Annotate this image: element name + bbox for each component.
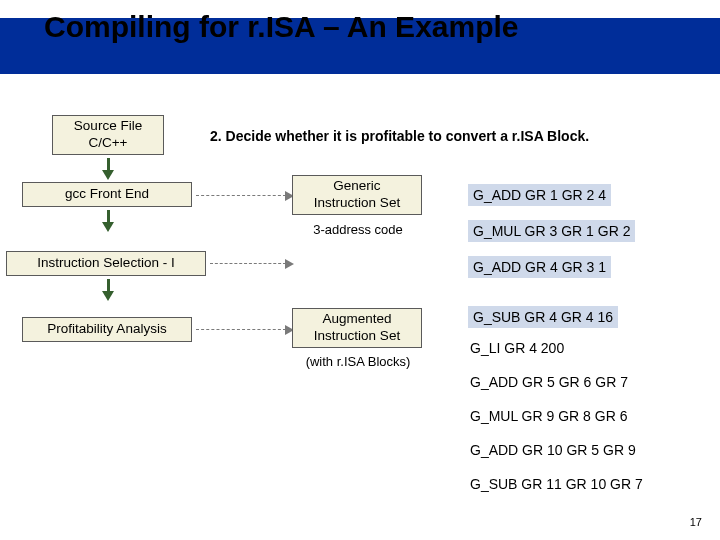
code-line: G_ADD GR 4 GR 3 1 xyxy=(468,256,611,278)
slide-title: Compiling for r.ISA – An Example xyxy=(44,10,684,44)
box-profitability: Profitability Analysis xyxy=(22,317,192,342)
code-line: G_ADD GR 5 GR 6 GR 7 xyxy=(470,374,628,390)
code-line: G_MUL GR 3 GR 1 GR 2 xyxy=(468,220,635,242)
code-line: G_SUB GR 11 GR 10 GR 7 xyxy=(470,476,643,492)
box-generic-iset: Generic Instruction Set xyxy=(292,175,422,215)
box-instruction-selection: Instruction Selection - I xyxy=(6,251,206,276)
code-line: G_ADD GR 10 GR 5 GR 9 xyxy=(470,442,636,458)
code-line: G_ADD GR 1 GR 2 4 xyxy=(468,184,611,206)
arrow-right-icon xyxy=(196,329,286,330)
box-augmented-iset: Augmented Instruction Set xyxy=(292,308,422,348)
label-risa-blocks: (with r.ISA Blocks) xyxy=(288,354,428,369)
code-line: G_SUB GR 4 GR 4 16 xyxy=(468,306,618,328)
arrow-right-icon xyxy=(210,263,286,264)
slide: { "title": "Compiling for r.ISA – An Exa… xyxy=(0,0,720,540)
page-number: 17 xyxy=(690,516,702,528)
box-gcc-frontend: gcc Front End xyxy=(22,182,192,207)
label-3addr: 3-address code xyxy=(288,222,428,237)
code-line: G_MUL GR 9 GR 8 GR 6 xyxy=(470,408,627,424)
code-line: G_LI GR 4 200 xyxy=(470,340,564,356)
arrow-right-icon xyxy=(196,195,286,196)
subtitle: 2. Decide whether it is profitable to co… xyxy=(210,128,589,144)
box-source: Source File C/C++ xyxy=(52,115,164,155)
